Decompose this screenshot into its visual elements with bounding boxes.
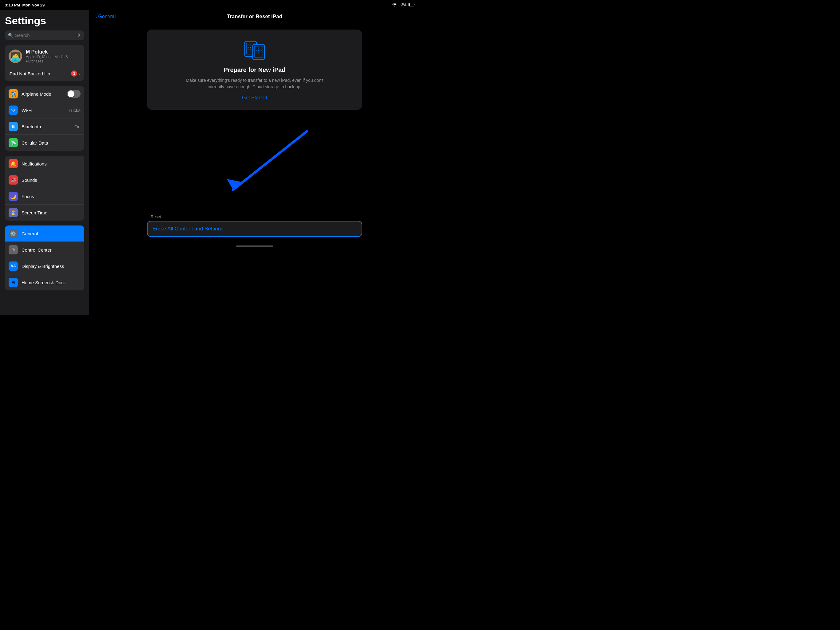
profile-name: M Potuck xyxy=(26,49,81,55)
battery-percentage: 13% xyxy=(399,3,406,7)
svg-point-10 xyxy=(248,49,249,51)
sidebar-item-bluetooth[interactable]: B Bluetooth On xyxy=(5,119,84,135)
settings-group-notifications: 🔔 Notifications 🔊 Sounds 🌙 Focus ⌛ Scree… xyxy=(5,156,84,220)
reset-section: Reset Erase All Content and Settings xyxy=(147,214,362,237)
cellular-icon: 📡 xyxy=(9,138,18,147)
bluetooth-label: Bluetooth xyxy=(22,124,71,129)
backup-row[interactable]: iPad Not Backed Up 1 › xyxy=(9,67,81,77)
back-label: General xyxy=(98,14,115,19)
backup-label: iPad Not Backed Up xyxy=(9,71,50,76)
sidebar-item-cellular[interactable]: 📡 Cellular Data xyxy=(5,135,84,151)
screentime-icon: ⌛ xyxy=(9,208,18,217)
right-nav: ‹ General Transfer or Reset iPad xyxy=(89,10,420,24)
controlcenter-icon: ⊞ xyxy=(9,245,18,255)
back-chevron-icon: ‹ xyxy=(95,14,97,19)
prepare-title: Prepare for New iPad xyxy=(224,66,285,73)
display-label: Display & Brightness xyxy=(22,264,81,269)
home-bar xyxy=(236,245,273,247)
prepare-desc: Make sure everything's ready to transfer… xyxy=(184,77,325,90)
nav-title: Transfer or Reset iPad xyxy=(227,14,282,20)
cellular-label: Cellular Data xyxy=(22,140,81,146)
display-icon: AA xyxy=(9,261,18,271)
bluetooth-icon: B xyxy=(9,122,18,131)
sidebar-item-sounds[interactable]: 🔊 Sounds xyxy=(5,172,84,188)
sidebar-title: Settings xyxy=(0,15,89,30)
sidebar-item-screentime[interactable]: ⌛ Screen Time xyxy=(5,204,84,220)
focus-label: Focus xyxy=(22,194,81,199)
back-button[interactable]: ‹ General xyxy=(95,14,115,19)
search-input[interactable] xyxy=(15,33,75,38)
general-icon: ⚙️ xyxy=(9,229,18,238)
svg-point-5 xyxy=(250,44,251,46)
svg-point-17 xyxy=(261,47,262,49)
homescreen-label: Home Screen & Dock xyxy=(22,280,81,285)
svg-point-15 xyxy=(256,47,257,49)
svg-point-20 xyxy=(261,50,262,51)
sidebar-item-wifi[interactable]: Wi-Fi Tucks xyxy=(5,102,84,119)
sidebar-item-controlcenter[interactable]: ⊞ Control Center xyxy=(5,242,84,258)
svg-point-11 xyxy=(250,49,251,51)
airplane-icon: ✈️ xyxy=(9,89,18,98)
sidebar-item-homescreen[interactable]: ⊟ Home Screen & Dock xyxy=(5,274,84,290)
profile-subtitle: Apple ID, iCloud, Media & Purchases xyxy=(26,55,81,63)
svg-point-19 xyxy=(258,50,259,51)
sidebar-item-notifications[interactable]: 🔔 Notifications xyxy=(5,156,84,172)
prepare-icon xyxy=(242,39,267,62)
wifi-value: Tucks xyxy=(69,108,81,113)
mic-icon: 🎙 xyxy=(77,33,81,38)
backup-badge: 1 xyxy=(71,70,77,77)
status-indicators: 13% xyxy=(392,3,415,7)
airplane-label: Airplane Mode xyxy=(22,91,63,97)
homescreen-icon: ⊟ xyxy=(9,278,18,287)
controlcenter-label: Control Center xyxy=(22,247,81,253)
avatar: 🧑‍💻 xyxy=(9,49,22,63)
sidebar-item-focus[interactable]: 🌙 Focus xyxy=(5,188,84,204)
sidebar: Settings 🔍 🎙 🧑‍💻 M Potuck Apple ID, iClo… xyxy=(0,10,89,315)
home-indicator xyxy=(89,243,420,249)
settings-group-connectivity: ✈️ Airplane Mode Wi-Fi Tucks B xyxy=(5,86,84,151)
svg-point-4 xyxy=(248,44,249,46)
right-panel: ‹ General Transfer or Reset iPad xyxy=(89,10,420,315)
search-icon: 🔍 xyxy=(8,33,13,38)
screentime-label: Screen Time xyxy=(22,210,81,215)
general-label: General xyxy=(22,231,81,236)
erase-button[interactable]: Erase All Content and Settings xyxy=(153,226,357,232)
wifi-label: Wi-Fi xyxy=(22,108,65,113)
svg-point-16 xyxy=(258,47,259,49)
status-time: 3:13 PM Mon Nov 29 xyxy=(5,3,44,7)
sidebar-item-general[interactable]: ⚙️ General xyxy=(5,225,84,242)
status-bar: 3:13 PM Mon Nov 29 13% xyxy=(0,0,420,10)
svg-point-8 xyxy=(250,47,251,48)
focus-icon: 🌙 xyxy=(9,192,18,201)
sounds-label: Sounds xyxy=(22,177,81,183)
airplane-toggle[interactable] xyxy=(67,90,81,98)
bluetooth-value: On xyxy=(74,124,81,129)
reset-group: Erase All Content and Settings xyxy=(147,221,362,237)
profile-card[interactable]: 🧑‍💻 M Potuck Apple ID, iCloud, Media & P… xyxy=(5,45,84,81)
svg-point-7 xyxy=(248,47,249,48)
notifications-icon: 🔔 xyxy=(9,159,18,168)
sounds-icon: 🔊 xyxy=(9,175,18,185)
notifications-label: Notifications xyxy=(22,161,81,166)
profile-info: M Potuck Apple ID, iCloud, Media & Purch… xyxy=(26,49,81,63)
get-started-button[interactable]: Get Started xyxy=(242,95,267,101)
svg-point-22 xyxy=(258,52,259,54)
wifi-settings-icon xyxy=(9,106,18,115)
svg-rect-1 xyxy=(409,3,410,6)
svg-point-23 xyxy=(261,52,262,54)
sidebar-item-airplane[interactable]: ✈️ Airplane Mode xyxy=(5,86,84,102)
chevron-icon: › xyxy=(79,71,81,76)
svg-point-21 xyxy=(256,52,257,54)
battery-icon xyxy=(408,3,415,7)
arrow-annotation xyxy=(147,122,362,208)
search-bar[interactable]: 🔍 🎙 xyxy=(5,30,84,40)
backup-indicators: 1 › xyxy=(71,70,81,77)
reset-section-label: Reset xyxy=(147,214,362,221)
wifi-icon xyxy=(392,3,397,7)
sidebar-item-display[interactable]: AA Display & Brightness xyxy=(5,258,84,274)
settings-group-system: ⚙️ General ⊞ Control Center AA Display &… xyxy=(5,225,84,290)
prepare-card: Prepare for New iPad Make sure everythin… xyxy=(147,30,362,110)
erase-item[interactable]: Erase All Content and Settings xyxy=(148,222,362,236)
right-content: Prepare for New iPad Make sure everythin… xyxy=(89,24,420,243)
svg-point-18 xyxy=(256,50,257,51)
